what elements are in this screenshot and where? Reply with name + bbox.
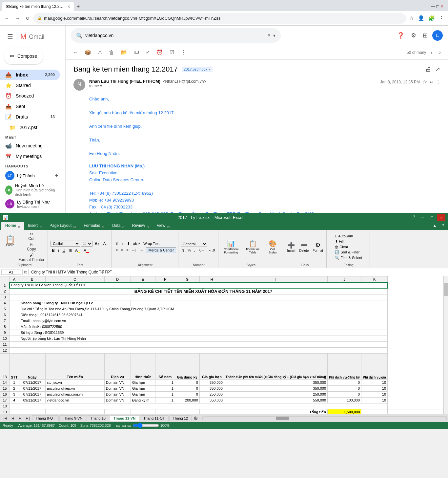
cell-reference-box[interactable] — [1, 270, 21, 275]
row-5-header[interactable]: 5 — [0, 306, 10, 312]
ribbon-tab-view[interactable]: View W — [153, 222, 174, 230]
increase-indent-btn[interactable]: |→ — [138, 248, 146, 253]
col-C-header[interactable]: C — [45, 276, 104, 282]
sort-filter-btn[interactable]: 🔃 Sort & Filter — [334, 250, 363, 255]
to-me-row[interactable]: to me ▾ — [89, 84, 376, 88]
row-15-header[interactable]: 15 — [0, 385, 10, 391]
increase-font-btn[interactable]: A↑ — [93, 241, 101, 247]
cell-A14[interactable]: 1 — [10, 380, 19, 385]
col-A-header[interactable]: A — [10, 276, 19, 282]
cell-A17[interactable]: 4 — [10, 397, 19, 403]
cell-F13-so-nam[interactable]: Số năm — [155, 353, 175, 380]
my-meetings-item[interactable]: 📅 My meetings — [0, 151, 60, 162]
row-1-header[interactable]: 1 — [0, 282, 10, 288]
cell-H16[interactable]: 250,000 — [199, 391, 224, 397]
cell-K17[interactable]: 10 — [361, 397, 388, 403]
delete-email-btn[interactable]: 🗑 — [107, 48, 116, 57]
search-bar[interactable]: 🔍 × ▾ — [71, 28, 281, 43]
open-external-btn[interactable]: ↗ — [435, 66, 440, 73]
new-tab-button[interactable]: + — [74, 2, 82, 11]
cell-B13-ngay[interactable]: Ngày — [19, 353, 45, 380]
cell-I19-total-value[interactable]: 1,500,000 — [328, 409, 361, 414]
cell-C15[interactable]: anculacnghiep.vn — [45, 385, 104, 391]
row-16-header[interactable]: 16 — [0, 391, 10, 397]
search-options-btn[interactable]: ▾ — [273, 33, 275, 38]
vertical-scrollbar[interactable] — [443, 276, 448, 414]
cell-B6[interactable]: Điện thoại : 0913124613 08.62607641 — [19, 312, 387, 318]
more-email-btn[interactable]: ⋮ — [179, 48, 188, 57]
cell-D15[interactable]: Domain VN — [104, 385, 131, 391]
h-scroll-thumb[interactable] — [276, 417, 289, 420]
decrease-font-btn[interactable]: A↓ — [102, 241, 109, 247]
page-break-view-btn[interactable]: ▭ — [127, 423, 132, 428]
row-12-header[interactable]: 12 — [0, 347, 10, 353]
prev-email-btn[interactable]: ‹ — [429, 48, 434, 57]
compose-button[interactable]: ✏ Compose — [4, 48, 43, 64]
cell-A12[interactable] — [10, 347, 388, 353]
cell-I17[interactable]: 550,000 — [224, 397, 327, 403]
sidebar-item-snoozed[interactable]: ⏰ Snoozed — [0, 91, 60, 101]
cell-B8[interactable]: Mã số thuế : 0308722590 — [19, 324, 387, 330]
sheet-nav-last[interactable]: ►| — [24, 415, 31, 421]
expand-recipients-btn[interactable]: ▾ — [100, 84, 102, 88]
cell-G14[interactable]: 0 — [175, 380, 199, 385]
cell-A16[interactable]: 3 — [10, 391, 19, 397]
number-format-select[interactable]: General — [181, 241, 207, 247]
address-bar[interactable]: 🔒 mail.google.com/mail/u/0/#search/vietd… — [33, 13, 406, 24]
cell-E15[interactable]: Gia hạn — [131, 385, 155, 391]
currency-btn[interactable]: $ — [181, 248, 186, 253]
col-J-header[interactable]: J — [328, 276, 361, 282]
cell-H17[interactable]: 350,000 — [199, 397, 224, 403]
col-K-header[interactable]: K — [361, 276, 388, 282]
align-top-btn[interactable]: ⬆ — [114, 241, 120, 247]
hangout-huynh-minh-le[interactable]: HL Huỳnh Minh Lê Tình hình bữa giờ chống… — [0, 182, 65, 198]
col-E-header[interactable]: E — [131, 276, 155, 282]
sidebar-item-2017pst[interactable]: 📁 2017.pst — [0, 122, 60, 133]
cell-E14[interactable]: Gia hạn — [131, 380, 155, 385]
text-angle-btn[interactable]: ab↗ — [132, 241, 141, 247]
cell-J19[interactable] — [361, 409, 388, 414]
cell-E17[interactable]: Đăng ký m — [131, 397, 155, 403]
cell-B17[interactable]: 09/11/2017 — [19, 397, 45, 403]
italic-btn[interactable]: I — [57, 248, 60, 253]
cell-B2-title[interactable]: BẢNG KÊ CHI TIẾT TÊN MIỀN XUẤT HÓA ĐƠN T… — [19, 288, 387, 294]
cell-E13-hinh-thuc[interactable]: Hình thức — [131, 353, 155, 380]
row-9-header[interactable]: 9 — [0, 330, 10, 336]
cell-A15[interactable]: 2 — [10, 385, 19, 391]
hangout-ly-thanh[interactable]: LT Lý Thành + — [0, 169, 65, 182]
print-btn[interactable]: 🖨 — [425, 66, 431, 73]
sheet-tab-thang-12[interactable]: Thang 12 — [169, 415, 192, 421]
cell-I14[interactable]: 350,000 — [224, 380, 327, 385]
row-3-header[interactable]: 3 — [0, 294, 10, 300]
row-11-header[interactable]: 11 — [0, 341, 10, 347]
search-clear-btn[interactable]: × — [268, 33, 271, 38]
cell-H14[interactable]: 350,000 — [199, 380, 224, 385]
copy-button[interactable]: ⎘ Copy — [17, 242, 46, 252]
align-bottom-btn[interactable]: ⬇ — [126, 241, 131, 247]
new-meeting-item[interactable]: 📹 New meeting — [0, 141, 60, 151]
back-to-list-btn[interactable]: ← — [71, 48, 80, 57]
cell-A8[interactable] — [10, 324, 19, 330]
row-17-header[interactable]: 17 — [0, 397, 10, 403]
col-I-header[interactable]: I — [224, 276, 327, 282]
excel-restore-btn[interactable]: □ — [428, 214, 436, 221]
ribbon-tab-insert[interactable]: Insert N — [24, 222, 46, 230]
cell-E16[interactable]: Gia hạn — [131, 391, 155, 397]
active-tab[interactable]: ✉ Bang ke ten mien thang 12.2017 × — [2, 2, 74, 11]
cell-A9[interactable] — [10, 330, 19, 336]
cell-B5[interactable]: Địa chỉ : Tầng M,Toa nha An Phu Plaza,So… — [19, 306, 387, 312]
sheet-tab-thang-11-vn[interactable]: Thang 11-VN — [110, 415, 139, 421]
cell-C13-ten-mien[interactable]: Tên miền — [45, 353, 104, 380]
cell-A5[interactable] — [10, 306, 19, 312]
row-8-header[interactable]: 8 — [0, 324, 10, 330]
cell-G17[interactable]: 200,000 — [175, 397, 199, 403]
cell-F15[interactable]: 1 — [155, 385, 175, 391]
extensions-btn[interactable]: 🧩 — [427, 14, 436, 23]
cell-D17[interactable]: Domain VN — [104, 397, 131, 403]
cell-B15[interactable]: 07/11/2017 — [19, 385, 45, 391]
row-14-header[interactable]: 14 — [0, 380, 10, 385]
cell-H15[interactable]: 350,000 — [199, 385, 224, 391]
insert-cells-btn[interactable]: ➕ Insert — [286, 241, 296, 253]
cell-J14[interactable]: 0 — [328, 380, 361, 385]
comma-btn[interactable]: , — [193, 248, 196, 253]
